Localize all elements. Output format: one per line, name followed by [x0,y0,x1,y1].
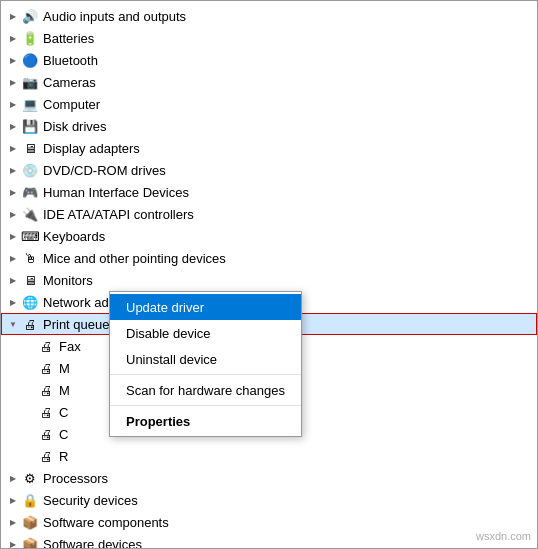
tree-item-icon-mice: 🖱 [21,249,39,267]
tree-item-label-monitors: Monitors [43,273,93,288]
tree-item-computer[interactable]: 💻Computer [1,93,537,115]
tree-item-keyboards[interactable]: ⌨Keyboards [1,225,537,247]
tree-item-label-display: Display adapters [43,141,140,156]
tree-item-arrow-fax[interactable] [21,338,37,354]
tree-item-arrow-computer[interactable] [5,96,21,112]
tree-item-label-softdev: Software devices [43,537,142,549]
tree-item-icon-fax: 🖨 [37,337,55,355]
tree-item-softdev[interactable]: 📦Software devices [1,533,537,548]
tree-item-arrow-m2[interactable] [21,382,37,398]
tree-item-icon-m1: 🖨 [37,359,55,377]
tree-item-arrow-c2[interactable] [21,426,37,442]
tree-item-icon-c2: 🖨 [37,425,55,443]
tree-item-r1[interactable]: 🖨R [1,445,537,467]
tree-item-label-m2: M [59,383,70,398]
tree-item-arrow-keyboards[interactable] [5,228,21,244]
tree-item-arrow-disk[interactable] [5,118,21,134]
tree-item-label-keyboards: Keyboards [43,229,105,244]
tree-item-software[interactable]: 📦Software components [1,511,537,533]
tree-item-label-cameras: Cameras [43,75,96,90]
tree-item-label-processors: Processors [43,471,108,486]
tree-item-icon-processors: ⚙ [21,469,39,487]
tree-item-arrow-bluetooth[interactable] [5,52,21,68]
tree-item-batteries[interactable]: 🔋Batteries [1,27,537,49]
tree-item-arrow-display[interactable] [5,140,21,156]
tree-item-arrow-m1[interactable] [21,360,37,376]
tree-item-label-audio: Audio inputs and outputs [43,9,186,24]
tree-item-icon-cameras: 📷 [21,73,39,91]
context-menu-item-uninstall[interactable]: Uninstall device [110,346,301,372]
tree-item-icon-audio: 🔊 [21,7,39,25]
context-menu-item-scan[interactable]: Scan for hardware changes [110,377,301,403]
tree-item-label-fax: Fax [59,339,81,354]
tree-item-arrow-batteries[interactable] [5,30,21,46]
tree-item-security[interactable]: 🔒Security devices [1,489,537,511]
tree-item-arrow-print[interactable] [5,316,21,332]
tree-item-label-disk: Disk drives [43,119,107,134]
tree-item-icon-disk: 💾 [21,117,39,135]
tree-item-arrow-c1[interactable] [21,404,37,420]
tree-item-processors[interactable]: ⚙Processors [1,467,537,489]
tree-item-icon-batteries: 🔋 [21,29,39,47]
context-menu-item-properties[interactable]: Properties [110,408,301,434]
tree-item-label-dvd: DVD/CD-ROM drives [43,163,166,178]
tree-item-icon-security: 🔒 [21,491,39,509]
tree-item-arrow-r1[interactable] [21,448,37,464]
tree-item-mice[interactable]: 🖱Mice and other pointing devices [1,247,537,269]
tree-item-hid[interactable]: 🎮Human Interface Devices [1,181,537,203]
tree-item-icon-c1: 🖨 [37,403,55,421]
tree-item-icon-hid: 🎮 [21,183,39,201]
tree-item-arrow-security[interactable] [5,492,21,508]
tree-item-monitors[interactable]: 🖥Monitors [1,269,537,291]
tree-item-label-software: Software components [43,515,169,530]
tree-item-icon-m2: 🖨 [37,381,55,399]
context-menu-item-update[interactable]: Update driver [110,294,301,320]
tree-item-label-security: Security devices [43,493,138,508]
tree-item-icon-softdev: 📦 [21,535,39,548]
tree-view[interactable]: 🔊Audio inputs and outputs🔋Batteries🔵Blue… [1,1,537,548]
tree-item-dvd[interactable]: 💿DVD/CD-ROM drives [1,159,537,181]
tree-item-icon-keyboards: ⌨ [21,227,39,245]
tree-item-arrow-cameras[interactable] [5,74,21,90]
tree-item-ide[interactable]: 🔌IDE ATA/ATAPI controllers [1,203,537,225]
tree-item-arrow-network[interactable] [5,294,21,310]
context-menu: Update driverDisable deviceUninstall dev… [109,291,302,437]
tree-item-label-hid: Human Interface Devices [43,185,189,200]
tree-item-label-c2: C [59,427,68,442]
tree-item-arrow-hid[interactable] [5,184,21,200]
tree-item-bluetooth[interactable]: 🔵Bluetooth [1,49,537,71]
tree-item-icon-network: 🌐 [21,293,39,311]
tree-item-arrow-software[interactable] [5,514,21,530]
context-menu-item-disable[interactable]: Disable device [110,320,301,346]
tree-item-icon-dvd: 💿 [21,161,39,179]
tree-item-icon-ide: 🔌 [21,205,39,223]
tree-item-display[interactable]: 🖥Display adapters [1,137,537,159]
tree-item-label-bluetooth: Bluetooth [43,53,98,68]
tree-item-arrow-audio[interactable] [5,8,21,24]
tree-item-icon-software: 📦 [21,513,39,531]
tree-item-label-m1: M [59,361,70,376]
tree-item-arrow-ide[interactable] [5,206,21,222]
tree-item-label-c1: C [59,405,68,420]
context-menu-separator [110,405,301,406]
tree-item-label-batteries: Batteries [43,31,94,46]
tree-item-label-ide: IDE ATA/ATAPI controllers [43,207,194,222]
device-manager-window: 🔊Audio inputs and outputs🔋Batteries🔵Blue… [0,0,538,549]
tree-item-icon-r1: 🖨 [37,447,55,465]
tree-item-arrow-mice[interactable] [5,250,21,266]
tree-item-icon-print: 🖨 [21,315,39,333]
tree-item-label-r1: R [59,449,68,464]
tree-item-arrow-dvd[interactable] [5,162,21,178]
tree-item-cameras[interactable]: 📷Cameras [1,71,537,93]
context-menu-separator [110,374,301,375]
tree-item-arrow-monitors[interactable] [5,272,21,288]
tree-item-audio[interactable]: 🔊Audio inputs and outputs [1,5,537,27]
tree-item-icon-computer: 💻 [21,95,39,113]
tree-item-arrow-softdev[interactable] [5,536,21,548]
tree-item-label-print: Print queues [43,317,116,332]
watermark: wsxdn.com [476,530,531,542]
tree-item-icon-bluetooth: 🔵 [21,51,39,69]
tree-item-icon-monitors: 🖥 [21,271,39,289]
tree-item-disk[interactable]: 💾Disk drives [1,115,537,137]
tree-item-arrow-processors[interactable] [5,470,21,486]
